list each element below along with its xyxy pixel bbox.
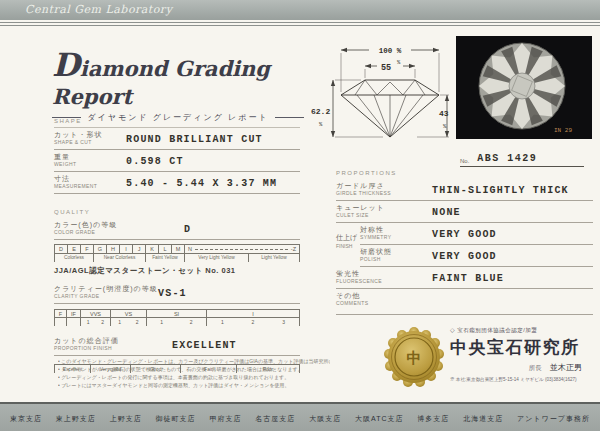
clarity-group-vs: VS 12 [111, 310, 147, 326]
diamond-outline [341, 80, 439, 137]
color-group: Colorless [55, 254, 94, 262]
color-scale-letter: D [55, 245, 68, 253]
branch-list: 東京支店 東上野支店 上野支店 御徒町支店 甲府支店 名古屋支店 大阪支店 大阪… [0, 404, 600, 424]
bottom-branches-bar: 東京支店 東上野支店 上野支店 御徒町支店 甲府支店 名古屋支店 大阪支店 大阪… [0, 402, 600, 431]
shape-section: SHAPE カット・形状 SHAPE & CUT ROUND BRILLIANT… [54, 118, 300, 194]
branch-item: 北海道支店 [463, 414, 503, 424]
report-number-row: No. ABS 1429 [460, 153, 584, 167]
measurement-row: 寸法 MEASUREMENT 5.40 - 5.44 X 3.37 MM [54, 172, 300, 194]
footnote-line: プレートにはマスターダイヤモンドと同等の測定機器類、カット評価はダイヤ・メンショ… [58, 381, 330, 389]
master-stone-note: JJA/AGL認定マスターストーン・セット No. 031 [54, 266, 300, 276]
clarity-group-si: SI 12 [147, 310, 207, 326]
shape-cut-label: カット・形状 SHAPE & CUT [54, 131, 126, 145]
pavilion-pct-label: 43 [439, 109, 449, 118]
depth-pct-label: 62.2 [311, 107, 330, 116]
weight-value: 0.598 CT [126, 156, 184, 167]
photo-inscription: IN 29 [554, 127, 572, 134]
footnote-line: ダイヤモンドがルース(裸石)の状態で検査したもので、石の交換・再研磨がされた場合… [58, 365, 330, 373]
culet-value: NONE [432, 207, 461, 218]
pavilion-pct-unit: % [443, 123, 447, 130]
director-title: 所長 [529, 364, 542, 371]
color-group: Near Colorless [94, 254, 146, 262]
laboratory-name: 中央宝石研究所 [450, 336, 596, 359]
shape-heading: SHAPE [54, 118, 300, 124]
measurement-label: 寸法 MEASUREMENT [54, 175, 126, 189]
director-line: 所長 並木正男 [450, 362, 596, 373]
table-pct-label: 55 [381, 63, 391, 73]
color-scale-letter: H [107, 245, 120, 253]
polish-row: 研磨状態 POLISH VERY GOOD [360, 245, 593, 267]
association-line: ◇ 宝石鑑別団体協議会認定/加盟 [450, 326, 596, 334]
clarity-group-vvs: VVS 12 [81, 310, 111, 326]
girdle-label: ガードル厚さ GIRDLE THICKNESS [336, 182, 432, 196]
branch-item: 上野支店 [110, 414, 142, 424]
diamond-profile-svg: 100 % 55 % 62.2 % 43 % [311, 40, 452, 146]
color-scale-groups: Colorless Near Colorless Faint Yellow Ve… [54, 254, 300, 262]
issuer-block: ◇ 宝石鑑別団体協議会認定/加盟 中央宝石研究所 所長 並木正男 ※ 本社:東京… [450, 326, 596, 382]
diamond-grading-report-page: Central Gem Laboratory Diamond Grading R… [0, 0, 600, 431]
symmetry-value: VERY GOOD [432, 229, 497, 240]
brand-logotype: Central Gem Laboratory [0, 0, 600, 20]
clarity-group-if: IF [67, 310, 81, 326]
color-scale-dash [195, 249, 288, 250]
header-rule-top [0, 22, 600, 23]
branch-item: 大阪ATC支店 [355, 414, 403, 424]
proportion-finish-row: カットの総合評価 PROPORTION FINISH EXCELLENT [54, 334, 300, 356]
color-scale-letter: J [133, 245, 146, 253]
polish-value: VERY GOOD [432, 251, 497, 262]
branch-item: 東京支店 [10, 414, 42, 424]
color-grade-value: D [158, 224, 191, 235]
finish-group-rows: 対称性 SYMMETRY VERY GOOD 研磨状態 POLISH VERY … [360, 223, 593, 267]
symmetry-row: 対称性 SYMMETRY VERY GOOD [360, 223, 593, 245]
girdle-value: THIN-SLIGHTLY THICK [432, 185, 569, 196]
footnote-line: グレーディング・レポートの発行に関する事項は、本書裏面の約款に基づき取り扱われて… [58, 373, 330, 381]
diamond-photo: IN 29 [456, 36, 592, 139]
color-scale-letter: G [94, 245, 107, 253]
report-number-label: No. [460, 158, 469, 164]
top-brand-bar: Central Gem Laboratory [0, 0, 600, 20]
footnotes: このダイヤモンド・グレーディング・レポートは、カラー及びクラリティー評価はGIA… [58, 357, 330, 389]
branch-item: アントワープ事務所 [517, 414, 590, 424]
shape-cut-row: カット・形状 SHAPE & CUT ROUND BRILLIANT CUT [54, 127, 300, 150]
color-scale-letter: K [146, 245, 159, 253]
clarity-scale: F IF VVS 12 VS 12 SI 12 I [54, 309, 300, 326]
total-diameter-label: 100 % [379, 47, 402, 55]
weight-label: 重量 WEIGHT [54, 153, 126, 167]
address-line: ※ 本社:東京都台東区上野5-15-14 ミヤギビル (03)3834(1627… [450, 377, 596, 382]
quality-heading: QUALITY [54, 209, 300, 215]
laboratory-seal: 中 [383, 327, 445, 393]
report-paper: Diamond Grading Report ダイヤモンド グレーディング レポ… [0, 26, 600, 400]
proportions-heading: PROPORTIONS [336, 170, 593, 176]
color-group: Light Yellow [249, 254, 300, 262]
branch-item: 博多支店 [417, 414, 449, 424]
branch-item: 甲府支店 [209, 414, 241, 424]
branch-item: 大阪支店 [309, 414, 341, 424]
color-scale-letter: F [81, 245, 94, 253]
proportions-section: PROPORTIONS ガードル厚さ GIRDLE THICKNESS THIN… [336, 170, 593, 315]
measurement-value: 5.40 - 5.44 X 3.37 MM [126, 178, 277, 189]
footnote-line: このダイヤモンド・グレーディング・レポートは、カラー及びクラリティー評価はGIA… [58, 357, 330, 365]
seal-center-glyph: 中 [407, 349, 422, 366]
seal-icon: 中 [383, 327, 445, 389]
color-grade-label: カラー(色)の等級 COLOR GRADE [54, 221, 158, 235]
branch-item: 東上野支店 [56, 414, 96, 424]
weight-row: 重量 WEIGHT 0.598 CT [54, 150, 300, 172]
shape-cut-value: ROUND BRILLIANT CUT [126, 134, 263, 145]
color-scale-letters: D E F G H I J K L M N -Z [54, 245, 300, 254]
clarity-group-i: I 123 [207, 310, 300, 326]
proportion-diagram: 100 % 55 % 62.2 % 43 % [311, 40, 452, 150]
color-scale-tail: N -Z [185, 245, 300, 253]
culet-label: キューレット CULET SIZE [336, 204, 432, 218]
clarity-grade-label: クラリティー(明澄度)の等級 CLARITY GRADE [54, 285, 158, 299]
fluorescence-row: 蛍光性 FLUORESCENCE FAINT BLUE [336, 267, 593, 289]
color-group: Faint Yellow [146, 254, 185, 262]
clarity-group-f: F [55, 310, 67, 326]
branch-item: 御徒町支店 [156, 414, 196, 424]
finish-group: 仕上げ FINISH 対称性 SYMMETRY VERY GOOD 研磨状態 [336, 223, 593, 267]
director-name: 並木正男 [550, 363, 582, 372]
color-scale-letter: I [120, 245, 133, 253]
color-scale: D E F G H I J K L M N -Z [54, 244, 300, 262]
branch-item: 名古屋支店 [255, 414, 295, 424]
quality-section: QUALITY カラー(色)の等級 COLOR GRADE D D E F G … [54, 209, 300, 373]
color-grade-row: カラー(色)の等級 COLOR GRADE D [54, 218, 300, 240]
